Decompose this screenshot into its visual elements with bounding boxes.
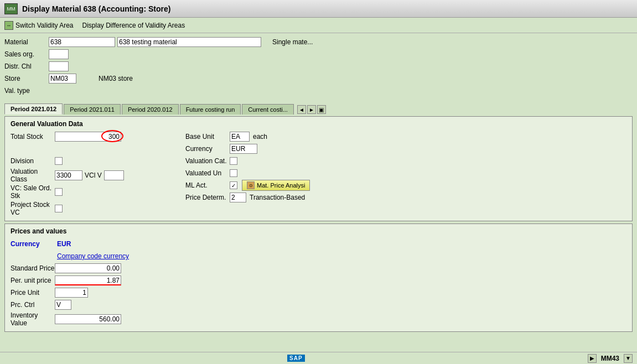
base-unit-desc: each xyxy=(253,133,267,141)
valuation-class-input[interactable] xyxy=(55,170,82,180)
currency-input[interactable] xyxy=(230,144,257,154)
store-label: Store xyxy=(4,75,49,82)
division-label: Division xyxy=(11,157,55,165)
val-type-label: Val. type xyxy=(4,87,49,95)
mat-price-analysi-btn[interactable]: ⊙ Mat. Price Analysi xyxy=(242,180,310,191)
prc-ctrl-label: Prc. Ctrl xyxy=(11,301,55,309)
standard-price-input[interactable] xyxy=(55,263,121,273)
base-unit-input[interactable] xyxy=(230,132,250,142)
mat-price-icon: ⊙ xyxy=(247,181,255,189)
currency-label: Currency xyxy=(185,145,230,153)
material-label: Material xyxy=(4,38,49,46)
display-difference-btn[interactable]: Display Difference of Validity Areas xyxy=(82,22,185,29)
tab-nav-buttons: ◄ ► ▣ xyxy=(297,105,326,114)
pv-currency-label: Currency xyxy=(11,240,55,248)
ml-act-checkbox[interactable] xyxy=(230,181,237,189)
total-stock-input[interactable] xyxy=(55,132,121,142)
store-input[interactable] xyxy=(49,74,76,84)
standard-price-label: Standard Price xyxy=(11,264,55,272)
vc-sale-ord-stk-label: VC: Sale Ord. Stk xyxy=(11,184,55,200)
total-stock-label: Total Stock xyxy=(11,133,55,141)
inventory-value-input[interactable] xyxy=(55,314,121,324)
general-valuation-title: General Valuation Data xyxy=(11,120,626,128)
tab-period-2020-012[interactable]: Period 2020.012 xyxy=(122,104,179,115)
project-stock-vc-checkbox[interactable] xyxy=(55,205,63,212)
valuation-cat-label: Valuation Cat. xyxy=(185,157,230,165)
transaction-code: MM43 xyxy=(601,355,619,362)
valuation-cat-checkbox[interactable] xyxy=(230,157,237,165)
general-valuation-left: Total Stock Division Valuation Class VCl… xyxy=(11,131,177,217)
per-unit-price-input[interactable] xyxy=(55,275,121,285)
valuation-class-label: Valuation Class xyxy=(11,168,55,183)
price-unit-input[interactable] xyxy=(55,288,88,298)
price-determ-desc: Transaction-Based xyxy=(250,194,305,201)
tab-next-btn[interactable]: ► xyxy=(307,105,316,114)
app-icon: MM xyxy=(4,3,18,14)
ml-act-label: ML Act. xyxy=(185,181,230,189)
bottom-right: ▶ MM43 ▼ xyxy=(588,354,633,363)
material-extra: Single mate... xyxy=(272,38,313,46)
sales-org-input[interactable] xyxy=(49,49,69,59)
vc-sale-ord-stk-checkbox[interactable] xyxy=(55,188,63,196)
form-header: Material Single mate... Sales org. Distr… xyxy=(0,33,637,101)
switch-icon: ↔ xyxy=(4,21,13,30)
price-determ-label: Price Determ. xyxy=(185,194,230,201)
nav-arrow-right[interactable]: ▶ xyxy=(588,354,597,363)
prices-values-section: Prices and values Currency EUR Company c… xyxy=(4,223,633,332)
material-desc-input[interactable] xyxy=(117,37,261,47)
general-valuation-right: Base Unit each Currency Valuation Cat. V… xyxy=(185,131,626,217)
distr-chl-input[interactable] xyxy=(49,61,69,71)
valuated-un-checkbox[interactable] xyxy=(230,169,237,177)
sales-org-label: Sales org. xyxy=(4,50,49,58)
store-desc: NM03 store xyxy=(99,75,133,82)
price-determ-input[interactable] xyxy=(230,193,246,202)
project-stock-vc-label: Project Stock VC xyxy=(11,201,55,216)
bottom-bar: SAP ▶ MM43 ▼ xyxy=(0,352,637,364)
valuated-un-label: Valuated Un xyxy=(185,169,230,177)
pv-currency-value: EUR xyxy=(57,240,71,248)
window-title: Display Material 638 (Accounting: Store) xyxy=(22,4,170,13)
prc-ctrl-input[interactable] xyxy=(55,300,71,310)
tab-period-2021-011[interactable]: Period 2021.011 xyxy=(64,104,121,115)
nav-dropdown-btn[interactable]: ▼ xyxy=(624,354,633,363)
division-checkbox[interactable] xyxy=(55,157,63,165)
title-bar: MM Display Material 638 (Accounting: Sto… xyxy=(0,0,637,18)
inventory-value-label: Inventory Value xyxy=(11,311,55,327)
base-unit-label: Base Unit xyxy=(185,133,230,141)
toolbar: ↔ Switch Validity Area Display Differenc… xyxy=(0,18,637,33)
price-unit-label: Price Unit xyxy=(11,289,55,297)
tab-future-costing[interactable]: Future costing run xyxy=(180,104,241,115)
tab-current-costing[interactable]: Current costi... xyxy=(242,104,294,115)
sap-logo: SAP xyxy=(287,355,305,362)
switch-validity-btn[interactable]: ↔ Switch Validity Area xyxy=(4,21,74,30)
per-unit-price-label: Per. unit price xyxy=(11,277,55,284)
distr-chl-label: Distr. Chl xyxy=(4,63,49,70)
vcl-v-label: VCl V xyxy=(85,171,102,179)
general-valuation-section: General Valuation Data Total Stock Divis… xyxy=(4,116,633,221)
tab-period-2021-012[interactable]: Period 2021.012 xyxy=(4,103,63,115)
vcl-v-input[interactable] xyxy=(104,170,124,180)
material-input[interactable] xyxy=(49,37,115,47)
company-code-currency-link[interactable]: Company code currency xyxy=(57,252,129,260)
tab-prev-btn[interactable]: ◄ xyxy=(297,105,306,114)
prices-values-title: Prices and values xyxy=(11,227,626,235)
tabs-container: Period 2021.012 Period 2021.011 Period 2… xyxy=(0,101,637,114)
tab-menu-btn[interactable]: ▣ xyxy=(317,105,326,114)
